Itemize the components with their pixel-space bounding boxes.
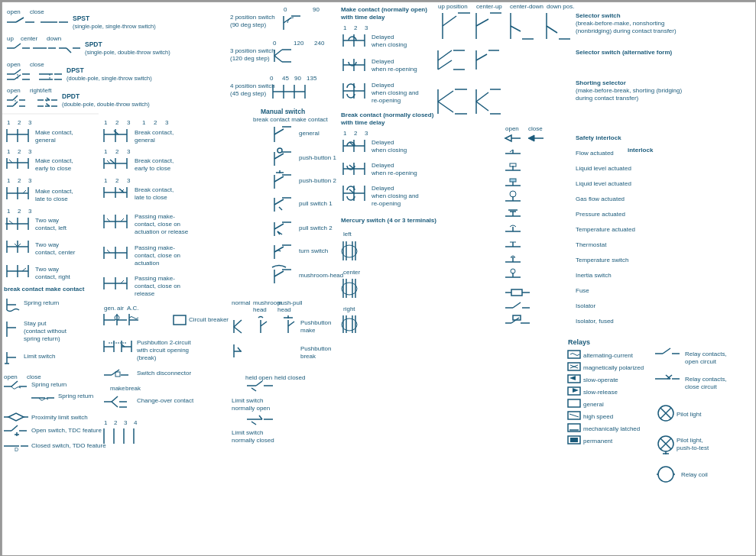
svg-text:Fuse: Fuse: [576, 287, 589, 294]
svg-text:normally closed: normally closed: [232, 437, 274, 444]
svg-text:1: 1: [104, 177, 108, 184]
svg-text:close circuit: close circuit: [685, 383, 718, 390]
svg-text:1: 1: [343, 130, 347, 137]
svg-text:Selector switch (alternative f: Selector switch (alternative form): [576, 49, 673, 56]
svg-text:when re-opening: when re-opening: [371, 170, 417, 176]
svg-text:break contact make contact: break contact make contact: [4, 286, 85, 293]
svg-text:Relay contacts,: Relay contacts,: [685, 351, 727, 357]
svg-text:Safety interlock: Safety interlock: [576, 134, 621, 141]
svg-text:2: 2: [18, 148, 21, 155]
svg-text:Isolator: Isolator: [576, 302, 596, 309]
svg-text:Flow actuated: Flow actuated: [576, 150, 614, 157]
svg-text:push-to-test: push-to-test: [677, 444, 709, 451]
svg-text:left: left: [343, 231, 352, 238]
svg-text:open circuit: open circuit: [685, 358, 717, 365]
svg-text:Shorting selector: Shorting selector: [576, 79, 626, 86]
svg-text:permanent: permanent: [583, 438, 613, 444]
svg-text:contact, close on: contact, close on: [135, 221, 180, 228]
svg-text:(45 deg step): (45 deg step): [230, 90, 266, 97]
svg-text:Make contact,: Make contact,: [35, 157, 73, 164]
svg-text:re-opening: re-opening: [372, 97, 401, 104]
svg-text:240: 240: [314, 40, 325, 47]
svg-text:Temperature actuated: Temperature actuated: [576, 226, 635, 233]
svg-text:head: head: [253, 306, 267, 313]
svg-text:2: 2: [18, 208, 21, 215]
svg-text:2: 2: [18, 177, 21, 184]
svg-text:release: release: [135, 290, 155, 297]
svg-text:general: general: [35, 137, 56, 144]
svg-text:close: close: [30, 8, 44, 15]
svg-text:Passing make-: Passing make-: [135, 275, 175, 282]
svg-text:slow-release: slow-release: [583, 389, 618, 396]
svg-text:Isolator, fused: Isolator, fused: [576, 318, 614, 325]
svg-text:with circuit opening: with circuit opening: [136, 347, 189, 354]
svg-text:interlock: interlock: [628, 147, 654, 154]
svg-text:Spring return: Spring return: [24, 299, 59, 306]
svg-text:when closing: when closing: [371, 41, 407, 48]
svg-text:45: 45: [282, 75, 289, 82]
svg-text:90: 90: [313, 6, 320, 13]
svg-text:Switch disconnector: Switch disconnector: [137, 370, 191, 377]
svg-text:normal: normal: [232, 299, 251, 306]
svg-text:center-up: center-up: [476, 3, 502, 10]
svg-text:(nonbridging) during contact t: (nonbridging) during contact transfer): [576, 27, 677, 34]
svg-text:Break contact,: Break contact,: [135, 157, 174, 164]
svg-rect-551: [570, 438, 578, 442]
svg-text:1: 1: [343, 24, 347, 31]
svg-text:down pos.: down pos.: [547, 3, 574, 10]
svg-text:open: open: [7, 61, 21, 68]
svg-text:pull switch 1: pull switch 1: [299, 200, 333, 207]
svg-text:Passing make-: Passing make-: [135, 244, 175, 251]
svg-text:Proximity limit switch: Proximity limit switch: [31, 414, 88, 421]
svg-text:spring return): spring return): [24, 335, 60, 342]
svg-text:1: 1: [142, 119, 146, 126]
svg-text:Break contact,: Break contact,: [135, 129, 174, 136]
svg-text:4: 4: [134, 419, 138, 426]
svg-text:0: 0: [284, 6, 287, 13]
svg-text:close: close: [27, 373, 41, 380]
svg-text:(break): (break): [137, 354, 157, 361]
svg-text:Make contact,: Make contact,: [35, 129, 73, 136]
svg-text:turn switch: turn switch: [299, 247, 328, 254]
svg-text:Temperature switch: Temperature switch: [576, 257, 628, 263]
svg-text:down: down: [47, 35, 61, 42]
svg-text:up position: up position: [438, 3, 468, 10]
svg-text:120: 120: [294, 40, 304, 47]
svg-text:make: make: [300, 327, 316, 334]
svg-text:Delayed: Delayed: [372, 139, 394, 146]
svg-text:Thermostat: Thermostat: [576, 241, 607, 248]
svg-text:Limit switch: Limit switch: [232, 397, 263, 404]
svg-text:Manual switch: Manual switch: [261, 108, 305, 115]
svg-text:1: 1: [7, 148, 11, 155]
svg-text:contact, center: contact, center: [35, 249, 76, 256]
svg-text:2 position switch: 2 position switch: [230, 14, 275, 21]
svg-text:Limit switch: Limit switch: [24, 353, 55, 360]
svg-text:Change-over contact: Change-over contact: [137, 397, 194, 404]
svg-text:Pilot light: Pilot light: [677, 411, 702, 418]
svg-text:A.C.: A.C.: [127, 305, 139, 312]
svg-text:DPST: DPST: [67, 66, 84, 74]
svg-text:early to close: early to close: [135, 165, 171, 172]
svg-text:air: air: [117, 305, 124, 312]
svg-text:3: 3: [28, 148, 32, 155]
svg-text:Two way: Two way: [35, 266, 59, 273]
svg-text:(break-before-make, nonshortin: (break-before-make, nonshorting: [576, 20, 665, 27]
svg-text:3: 3: [365, 130, 368, 137]
svg-text:right/left: right/left: [30, 87, 52, 94]
svg-text:open: open: [4, 373, 18, 380]
svg-text:3: 3: [127, 148, 131, 155]
svg-text:when re-opening: when re-opening: [371, 66, 417, 73]
svg-text:late to close: late to close: [35, 196, 68, 202]
svg-text:held closed: held closed: [274, 374, 305, 381]
svg-text:1: 1: [7, 177, 11, 184]
svg-text:open: open: [7, 87, 21, 94]
svg-text:SPDT: SPDT: [85, 40, 102, 48]
svg-text:center: center: [21, 35, 38, 42]
svg-text:Gas flow actuated: Gas flow actuated: [576, 196, 625, 202]
svg-text:Delayed: Delayed: [372, 58, 394, 65]
svg-text:general: general: [299, 130, 320, 137]
svg-text:Stay put: Stay put: [24, 320, 47, 327]
svg-text:Break contact,: Break contact,: [135, 186, 174, 193]
svg-text:Pressure actuated: Pressure actuated: [576, 211, 625, 218]
svg-text:early to close: early to close: [35, 165, 72, 172]
